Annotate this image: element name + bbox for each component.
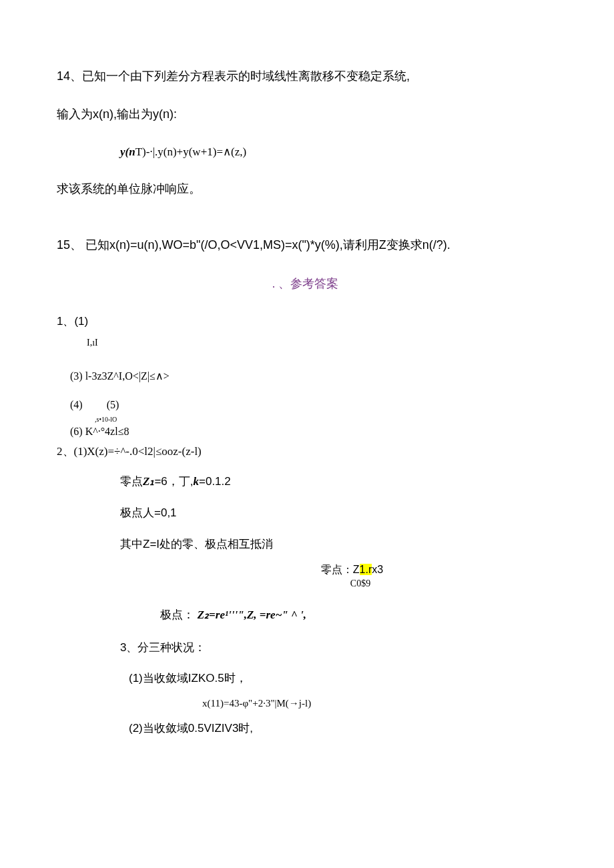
answer-3-case-1: (1)当收敛域IZKO.5时， bbox=[129, 669, 554, 687]
formula-yn: y(n bbox=[120, 145, 135, 158]
z1-symbol: Z₁ bbox=[143, 475, 154, 488]
answer-2-pole-2: 极点： Z₂=re¹'''",Z, =re~" ^ ', bbox=[160, 606, 554, 624]
highlighted-text: 1.r bbox=[360, 564, 372, 575]
question-14-line-1: 14、已知一个由下列差分方程表示的时域线性离散移不变稳定系统, bbox=[57, 67, 554, 86]
answer-3-header: 3、分三种状况： bbox=[120, 638, 554, 657]
answer-1-item-5: (5) bbox=[107, 399, 119, 410]
answer-1-sub: I,ıI bbox=[87, 336, 554, 350]
zero-mid: =6，丁, bbox=[154, 475, 193, 488]
question-15-line: 15、 已知x(n)=u(n),WO=b"(/O,O<VV1,MS)=x(")*… bbox=[57, 236, 554, 255]
question-14-line-2: 输入为x(n),输出为y(n): bbox=[57, 105, 554, 124]
answer-3-case-2: (2)当收敛域0.5VIZIV3时, bbox=[129, 719, 554, 737]
zero-label: 零点 bbox=[120, 475, 143, 488]
k-symbol: k bbox=[194, 475, 200, 488]
answer-1-item-3: (3) l-3z3Z^I,O<|Z|≤∧> bbox=[70, 368, 554, 385]
answer-2-line: 2、(1)X(z)=÷^-.0<l2|≤ooz-(z-l) bbox=[57, 442, 554, 460]
answer-1-item-4-5: (4) (5) bbox=[70, 396, 554, 414]
question-14-formula: y(nT)-·|.y(n)+y(w+1)=∧(z,) bbox=[120, 143, 554, 161]
cos-9-text: C0$9 bbox=[167, 576, 554, 591]
answer-2-pole-point: 极点人=0,1 bbox=[120, 504, 554, 522]
zero-suf: =0.1.2 bbox=[199, 475, 231, 488]
answer-2-zero-point: 零点Z₁=6，丁,k=0.1.2 bbox=[120, 472, 554, 490]
pole-2-math: Z₂=re¹'''",Z, =re~" ^ ', bbox=[198, 608, 306, 621]
answer-3-formula-1: x(11)=43-φ"+2·3"|M(→j-l) bbox=[202, 695, 554, 711]
pole-2-label: 极点： bbox=[160, 608, 194, 621]
answer-section-title: . 、参考答案 bbox=[57, 274, 554, 294]
formula-rest: T)-·|.y(n)+y(w+1)=∧(z,) bbox=[135, 145, 246, 158]
answer-1-item-4: (4) bbox=[70, 399, 83, 410]
question-14-line-3: 求该系统的单位脉冲响应。 bbox=[57, 179, 554, 199]
zero-detail-suf: x3 bbox=[372, 564, 383, 575]
answer-1-header: 1、(1) bbox=[57, 312, 554, 330]
answer-2-cancel-note: 其中Z=I处的零、极点相互抵消 bbox=[120, 535, 554, 553]
zero-detail-pre: 零点：Z bbox=[321, 564, 360, 575]
answer-1-item-6: (6) K^·°4zl≤8 bbox=[70, 423, 554, 440]
